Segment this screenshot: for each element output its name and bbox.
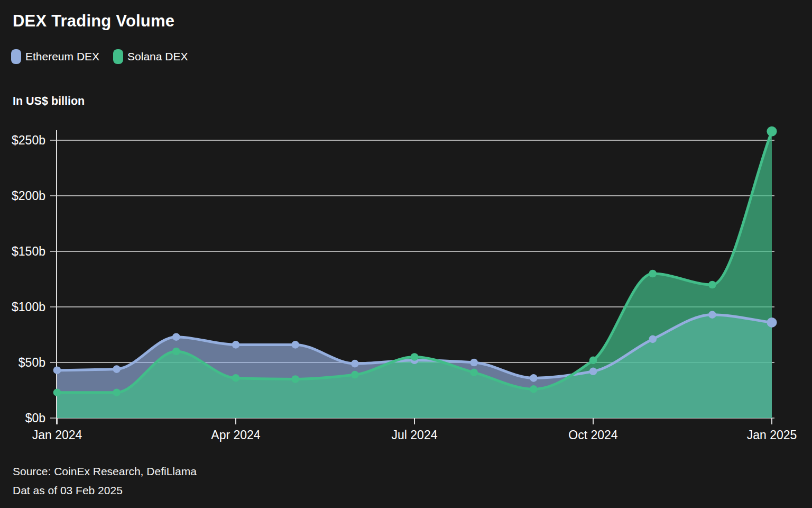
solana-dex-point [767,126,777,137]
y-tick-label: $0b [25,411,45,425]
ethereum-dex-point [351,360,359,368]
ethereum-dex-point [232,341,240,349]
solana-dex-point [113,388,121,396]
solana-dex-point [53,388,61,396]
x-tick-label: Jan 2025 [747,428,797,442]
y-tick-label: $200b [12,189,45,203]
source-text: Source: CoinEx Research, DefiLlama [13,462,197,481]
ethereum-dex-point [470,359,478,367]
solana-dex-point [172,348,180,356]
x-tick-label: Jul 2024 [392,428,438,442]
solana-dex-point [351,371,359,379]
solana-dex-point [232,374,240,382]
ethereum-dex-point [589,368,597,376]
x-tick-label: Oct 2024 [568,428,618,442]
solana-dex-point [708,281,716,289]
y-tick-label: $50b [19,356,45,369]
ethereum-dex-point [113,365,121,373]
asof-text: Dat as of 03 Feb 2025 [13,481,197,500]
x-tick-label: Apr 2024 [211,428,261,442]
solana-dex-point [470,369,478,377]
chart-page: DEX Trading Volume Ethereum DEX Solana D… [0,0,812,508]
y-tick-label: $100b [12,300,45,314]
chart-canvas: $0b$50b$100b$150b$200b$250bJan 2024Apr 2… [0,0,812,508]
solana-dex-point [530,385,538,393]
ethereum-dex-point [530,374,538,382]
ethereum-dex-point [708,311,716,319]
y-tick-label: $150b [12,244,45,258]
ethereum-dex-point [649,335,657,343]
solana-dex-point [291,375,299,383]
x-tick-label: Jan 2024 [32,428,82,442]
solana-dex-point [411,353,419,361]
ethereum-dex-point [767,318,777,328]
solana-dex-point [649,270,657,278]
source-block: Source: CoinEx Research, DefiLlama Dat a… [13,462,197,500]
ethereum-dex-point [53,366,61,374]
ethereum-dex-point [172,333,180,341]
y-tick-label: $250b [12,133,45,147]
solana-dex-point [589,357,597,365]
ethereum-dex-point [291,341,299,349]
